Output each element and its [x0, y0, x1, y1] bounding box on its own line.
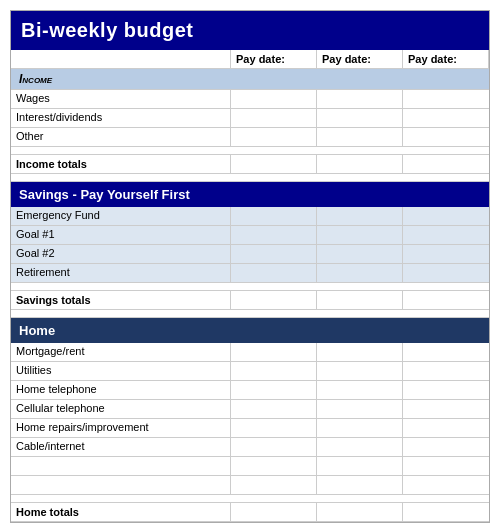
- home-totals-col2[interactable]: [231, 503, 317, 521]
- home-extra1-col3[interactable]: [317, 457, 403, 475]
- savings-goal1-col4[interactable]: [403, 226, 489, 244]
- income-wages-col2[interactable]: [231, 90, 317, 108]
- income-wages-col4[interactable]: [403, 90, 489, 108]
- income-totals-col2[interactable]: [231, 155, 317, 173]
- table-row: Home telephone: [11, 381, 489, 400]
- home-cable-col2[interactable]: [231, 438, 317, 456]
- table-row: Retirement: [11, 264, 489, 283]
- savings-goal2-col3[interactable]: [317, 245, 403, 263]
- income-totals-col4[interactable]: [403, 155, 489, 173]
- home-totals-row: Home totals: [11, 503, 489, 522]
- home-totals-col4[interactable]: [403, 503, 489, 521]
- savings-goal1-col3[interactable]: [317, 226, 403, 244]
- home-extra2-col3[interactable]: [317, 476, 403, 494]
- table-row: Other: [11, 128, 489, 147]
- table-row: Utilities: [11, 362, 489, 381]
- home-mortgage-col4[interactable]: [403, 343, 489, 361]
- home-telephone-col2[interactable]: [231, 381, 317, 399]
- home-extra2-col4[interactable]: [403, 476, 489, 494]
- savings-section-header: Savings - Pay Yourself First: [11, 182, 489, 207]
- income-interest-col2[interactable]: [231, 109, 317, 127]
- home-utilities-col3[interactable]: [317, 362, 403, 380]
- savings-goal1-col2[interactable]: [231, 226, 317, 244]
- home-repairs-col3[interactable]: [317, 419, 403, 437]
- savings-goal2-col2[interactable]: [231, 245, 317, 263]
- header-col2: Pay date:: [231, 50, 317, 68]
- savings-goal2-label: Goal #2: [11, 245, 231, 263]
- income-totals-label: Income totals: [11, 155, 231, 173]
- home-totals-label: Home totals: [11, 503, 231, 521]
- savings-retirement-col2[interactable]: [231, 264, 317, 282]
- income-interest-col3[interactable]: [317, 109, 403, 127]
- income-interest-col4[interactable]: [403, 109, 489, 127]
- income-wages-col3[interactable]: [317, 90, 403, 108]
- savings-emergency-col3[interactable]: [317, 207, 403, 225]
- home-cellular-col2[interactable]: [231, 400, 317, 418]
- home-telephone-col4[interactable]: [403, 381, 489, 399]
- income-spacer2: [11, 174, 489, 182]
- home-extra2-label: [11, 476, 231, 494]
- home-extra2-col2[interactable]: [231, 476, 317, 494]
- savings-retirement-col4[interactable]: [403, 264, 489, 282]
- home-repairs-label: Home repairs/improvement: [11, 419, 231, 437]
- home-mortgage-col2[interactable]: [231, 343, 317, 361]
- table-row: Emergency Fund: [11, 207, 489, 226]
- savings-totals-row: Savings totals: [11, 291, 489, 310]
- header-col1: [11, 50, 231, 68]
- savings-goal1-label: Goal #1: [11, 226, 231, 244]
- savings-totals-col2[interactable]: [231, 291, 317, 309]
- home-repairs-col2[interactable]: [231, 419, 317, 437]
- savings-goal2-col4[interactable]: [403, 245, 489, 263]
- home-section-header: Home: [11, 318, 489, 343]
- table-row: [11, 457, 489, 476]
- table-row: Interest/dividends: [11, 109, 489, 128]
- savings-emergency-col2[interactable]: [231, 207, 317, 225]
- table-row: Goal #2: [11, 245, 489, 264]
- home-extra1-label: [11, 457, 231, 475]
- home-cable-col3[interactable]: [317, 438, 403, 456]
- savings-spacer2: [11, 310, 489, 318]
- savings-emergency-col4[interactable]: [403, 207, 489, 225]
- savings-emergency-label: Emergency Fund: [11, 207, 231, 225]
- home-cable-label: Cable/internet: [11, 438, 231, 456]
- table-row: Wages: [11, 90, 489, 109]
- income-totals-col3[interactable]: [317, 155, 403, 173]
- home-mortgage-col3[interactable]: [317, 343, 403, 361]
- home-telephone-col3[interactable]: [317, 381, 403, 399]
- header-row: Pay date: Pay date: Pay date:: [11, 50, 489, 69]
- income-spacer: [11, 147, 489, 155]
- home-telephone-label: Home telephone: [11, 381, 231, 399]
- income-other-label: Other: [11, 128, 231, 146]
- income-other-col3[interactable]: [317, 128, 403, 146]
- header-col3: Pay date:: [317, 50, 403, 68]
- income-wages-label: Wages: [11, 90, 231, 108]
- savings-retirement-label: Retirement: [11, 264, 231, 282]
- income-totals-row: Income totals: [11, 155, 489, 174]
- home-cellular-label: Cellular telephone: [11, 400, 231, 418]
- home-extra1-col4[interactable]: [403, 457, 489, 475]
- home-cable-col4[interactable]: [403, 438, 489, 456]
- home-repairs-col4[interactable]: [403, 419, 489, 437]
- home-cellular-col4[interactable]: [403, 400, 489, 418]
- home-cellular-col3[interactable]: [317, 400, 403, 418]
- income-other-col4[interactable]: [403, 128, 489, 146]
- savings-totals-col3[interactable]: [317, 291, 403, 309]
- table-row: Home repairs/improvement: [11, 419, 489, 438]
- savings-retirement-col3[interactable]: [317, 264, 403, 282]
- savings-totals-label: Savings totals: [11, 291, 231, 309]
- home-spacer: [11, 495, 489, 503]
- home-extra1-col2[interactable]: [231, 457, 317, 475]
- header-col4: Pay date:: [403, 50, 489, 68]
- home-utilities-col2[interactable]: [231, 362, 317, 380]
- table-row: Cellular telephone: [11, 400, 489, 419]
- savings-totals-col4[interactable]: [403, 291, 489, 309]
- page-title: Bi-weekly budget: [11, 11, 489, 50]
- income-other-col2[interactable]: [231, 128, 317, 146]
- home-utilities-label: Utilities: [11, 362, 231, 380]
- income-section-header: Income: [11, 69, 489, 90]
- table-row: [11, 476, 489, 495]
- home-totals-col3[interactable]: [317, 503, 403, 521]
- home-utilities-col4[interactable]: [403, 362, 489, 380]
- table-row: Goal #1: [11, 226, 489, 245]
- table-row: Mortgage/rent: [11, 343, 489, 362]
